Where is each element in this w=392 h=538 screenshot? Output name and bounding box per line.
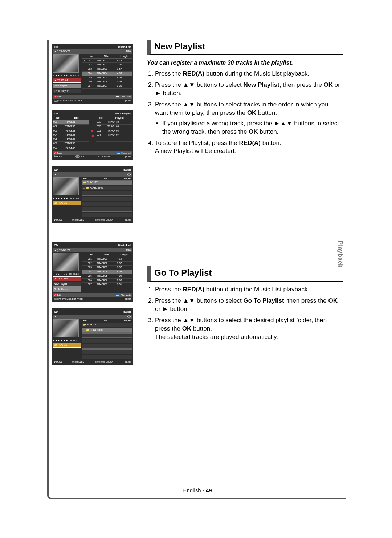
- page-footer: English - 49: [49, 487, 346, 494]
- transport-controls[interactable]: ◄◄ ■ ► ►► 00:02:22: [53, 272, 81, 276]
- current-track-button: ● TRACK01: [53, 78, 81, 83]
- table-row[interactable]: 003TRACK033:57: [82, 67, 132, 72]
- exit-button[interactable]: →] EXIT: [123, 155, 131, 158]
- exit-button[interactable]: →] EXIT: [123, 218, 131, 221]
- table-row[interactable]: 002TRACK02: [53, 125, 89, 129]
- table-row[interactable]: 005TRACK054:09: [82, 274, 132, 278]
- current-track-button: ● TRACK01: [53, 276, 81, 281]
- table-row[interactable]: 002TRACK023:57: [82, 63, 132, 67]
- exit-button[interactable]: →] EXIT: [123, 360, 131, 363]
- playlist-folder-button[interactable]: 📁 PLAYLIST: [53, 201, 81, 206]
- screenshot-playlist-2: CD Playlist ◄ ◄◄ ■ ► ►► 00:02:22 📁 PLAYL…: [52, 308, 133, 365]
- table-row[interactable]: 003TRACK03: [53, 129, 89, 133]
- track-table: No.TitleLength ◄001TRACK014:19 002TRACK0…: [82, 253, 132, 287]
- step: Press the ▲▼ buttons to select New Playl…: [155, 81, 343, 98]
- play-icon: ◄: [82, 58, 87, 63]
- step: To store the Playlist, press the RED(A) …: [155, 139, 343, 156]
- table-row[interactable]: 004TRACK 07: [96, 133, 132, 137]
- track-index: 1/10: [126, 50, 131, 53]
- table-row[interactable]: 007TRACK073:31: [82, 283, 132, 287]
- now-playing: ◄)) TRACK01: [54, 50, 70, 53]
- list-item[interactable]: 📁 PLAYLIST: [82, 180, 132, 185]
- table-row[interactable]: 004TRACK044:03: [82, 270, 132, 274]
- album-art-icon: [53, 54, 79, 73]
- page-frame: Playback CD Music List ◄)) TRACK01 1/10 …: [47, 40, 346, 499]
- section-heading-goto-playlist: Go To Playlist: [147, 266, 343, 282]
- exit-button[interactable]: →] EXIT: [123, 298, 131, 300]
- track-table: No.TitleLength ◄001TRACK014:19 002TRACK0…: [82, 54, 132, 89]
- transport-controls[interactable]: ◄◄ ■ ► ►► 00:00:00: [53, 197, 81, 201]
- goto-playlist-option[interactable]: Go To Playlist: [53, 287, 81, 292]
- screenshot-playlist: CD Playlist ◄ ◄◄ ■ ► ►► 00:00:00 📁 PLAYL…: [52, 166, 133, 223]
- side-tab-label: Playback: [336, 241, 344, 267]
- footer-page-number: 49: [206, 487, 212, 493]
- screenshot-music-list-gotoplaylist: CD Music List ◄)) TRACK01 1/10 ◄◄ ■ ► ►►…: [52, 242, 133, 302]
- new-playlist-steps: Press the RED(A) button during the Music…: [147, 70, 343, 155]
- source-track-table: No.Title 001TRACK01 002TRACK02 003TRACK0…: [53, 116, 89, 150]
- table-row[interactable]: ◄001TRACK014:19: [82, 58, 132, 63]
- side-tab: Playback: [333, 234, 348, 274]
- table-row[interactable]: 006TRACK065:08: [82, 278, 132, 283]
- table-row[interactable]: 002TRACK 08: [96, 125, 132, 129]
- footer-language: English: [183, 487, 201, 493]
- table-row[interactable]: 007TRACK073:31: [82, 84, 132, 89]
- transport-controls[interactable]: ◄◄ ■ ► ►► 00:02:22: [53, 74, 81, 78]
- goto-playlist-option[interactable]: Go To Playlist: [53, 89, 81, 94]
- step: Press the RED(A) button during the Music…: [155, 286, 343, 294]
- list-item[interactable]: ☐ 📁 PLAYLIST01: [82, 328, 132, 333]
- instruction-column: New Playlist You can register a maximum …: [136, 40, 346, 498]
- table-row[interactable]: 003TRACK033:57: [82, 266, 132, 270]
- table-row[interactable]: ◄001TRACK014:19: [82, 257, 132, 261]
- table-header: No.TitleLength: [82, 54, 132, 58]
- table-row[interactable]: 006TRACK06: [53, 142, 89, 146]
- list-item[interactable]: ☐ 📁 PLAYLIST01: [82, 186, 132, 190]
- cd-label: CD: [54, 45, 58, 49]
- album-art-icon: [53, 319, 79, 337]
- table-row[interactable]: 001TRACK 10: [96, 120, 132, 125]
- table-row[interactable]: 005TRACK05: [53, 137, 89, 142]
- screenshot-column: CD Music List ◄)) TRACK01 1/10 ◄◄ ■ ► ►►…: [49, 40, 136, 498]
- table-row[interactable]: 004TRACK044:03: [82, 71, 132, 76]
- transport-controls[interactable]: ◄◄ ■ ► ►► 00:02:22: [53, 339, 81, 343]
- table-row[interactable]: 002TRACK023:57: [82, 261, 132, 266]
- screenshot-make-playlist: CD Make Playlist No.Title 001TRACK01 002…: [52, 110, 133, 159]
- goto-playlist-steps: Press the RED(A) button during the Music…: [147, 286, 343, 341]
- playlist-limit-note: You can register a maximum 30 tracks in …: [147, 59, 343, 67]
- blue-pill-icon: ■■■: [115, 96, 120, 98]
- red-a-icon: A: [54, 96, 57, 98]
- step: Press the RED(A) button during the Music…: [155, 70, 343, 78]
- step: Press the ▲▼ buttons to select the desir…: [155, 316, 343, 341]
- transfer-arrows-icon[interactable]: ▶◀: [91, 116, 94, 150]
- playlist-table: No.Playlist 001TRACK 10 002TRACK 08 003T…: [96, 116, 132, 150]
- section-heading-new-playlist: New Playlist: [147, 40, 343, 55]
- table-row[interactable]: 007TRACK07: [53, 146, 89, 150]
- new-playlist-option[interactable]: New Playlist: [53, 84, 81, 88]
- list-item[interactable]: 📁 PLAYLIST: [82, 323, 132, 327]
- album-art-icon: [53, 177, 79, 195]
- step: Press the ▲▼ buttons to select tracks in…: [155, 101, 343, 136]
- table-row[interactable]: 001TRACK01: [53, 120, 89, 125]
- step: Press the ▲▼ buttons to select Go To Pla…: [155, 297, 343, 314]
- table-row[interactable]: 003TRACK 04: [96, 129, 132, 133]
- new-playlist-option[interactable]: New Playlist: [53, 282, 81, 287]
- screenshot-music-list-newplaylist: CD Music List ◄)) TRACK01 1/10 ◄◄ ■ ► ►►…: [52, 44, 133, 104]
- disc-icon: [127, 173, 131, 176]
- table-row[interactable]: 005TRACK054:09: [82, 76, 132, 80]
- exit-button[interactable]: →] EXIT: [123, 99, 131, 102]
- playlist-folder-button[interactable]: 📁 PLAYLIST: [53, 343, 81, 348]
- screen-title: Music List: [118, 45, 131, 49]
- album-art-icon: [53, 253, 79, 271]
- table-row[interactable]: 004TRACK04: [53, 133, 89, 137]
- table-row[interactable]: 006TRACK065:08: [82, 80, 132, 84]
- disc-icon: [127, 315, 131, 318]
- sub-step: If you playlisted a wrong track, press t…: [162, 120, 343, 136]
